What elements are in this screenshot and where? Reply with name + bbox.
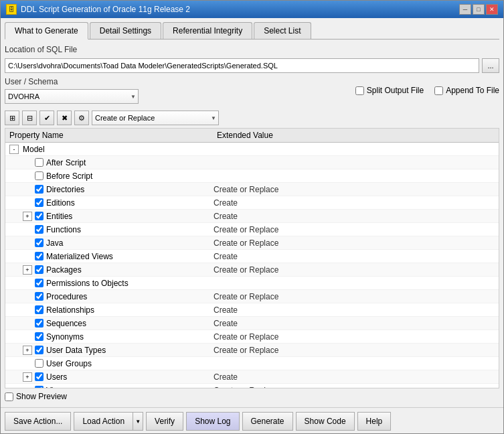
table-row: + Editions Create [5, 196, 499, 210]
user-data-types-label: User Data Types [46, 346, 214, 355]
users-label: Users [46, 372, 214, 382]
directories-label: Directories [46, 185, 214, 194]
table-row: + Sequences Create [5, 317, 499, 330]
check-all-button[interactable]: ✔ [39, 111, 54, 125]
show-preview-label: Show Preview [5, 392, 499, 401]
before-script-label: Before Script [46, 171, 214, 181]
help-button[interactable]: Help [357, 412, 392, 431]
table-row: + Procedures Create or Replace [5, 290, 499, 303]
tab-referential-integrity[interactable]: Referential Integrity [163, 22, 252, 39]
create-replace-dropdown[interactable]: Create or Replace Create Drop and Create [92, 111, 219, 125]
table-row: + Directories Create or Replace [5, 183, 499, 196]
packages-value: Create or Replace [214, 265, 278, 275]
save-action-button[interactable]: Save Action... [5, 412, 71, 431]
user-data-types-expander[interactable]: + [23, 346, 32, 355]
toolbar-row: ⊞ ⊟ ✔ ✖ ⚙ Create or Replace Create Drop … [5, 108, 499, 128]
load-action-split: Load Action ▼ [74, 412, 143, 431]
editions-value: Create [214, 198, 238, 208]
entities-expander[interactable]: + [23, 212, 32, 221]
content-area: What to Generate Detail Settings Referen… [1, 18, 503, 407]
after-script-checkbox[interactable] [35, 158, 44, 167]
schema-dropdown-wrapper: DVOHRA ▼ [5, 89, 139, 104]
settings-button[interactable]: ⚙ [74, 111, 89, 125]
synonyms-value: Create or Replace [214, 332, 278, 342]
packages-label: Packages [46, 265, 214, 275]
schema-dropdown[interactable]: DVOHRA [5, 89, 139, 104]
editions-checkbox[interactable] [35, 198, 44, 207]
entities-checkbox[interactable] [35, 212, 44, 220]
schema-row: User / Schema DVOHRA ▼ Split Output File [5, 77, 499, 104]
permissions-checkbox[interactable] [35, 279, 44, 287]
sql-file-input[interactable] [5, 58, 479, 73]
load-action-arrow[interactable]: ▼ [133, 412, 143, 431]
schema-left: User / Schema DVOHRA ▼ [5, 77, 139, 104]
table-row: + Before Script [5, 169, 499, 183]
sequences-checkbox[interactable] [35, 319, 44, 328]
model-label: Model [23, 145, 190, 154]
create-replace-wrapper: Create or Replace Create Drop and Create… [92, 111, 219, 125]
synonyms-checkbox[interactable] [35, 332, 44, 341]
relationships-label: Relationships [46, 305, 214, 315]
before-script-checkbox[interactable] [35, 171, 44, 180]
expand-all-button[interactable]: ⊞ [5, 111, 19, 125]
users-value: Create [214, 372, 238, 382]
table-header: Property Name Extended Value [5, 129, 499, 143]
table-row: + Synonyms Create or Replace [5, 330, 499, 344]
user-data-types-value: Create or Replace [214, 346, 278, 355]
form-section: Location of SQL File ... User / Schema D… [5, 45, 499, 128]
procedures-checkbox[interactable] [35, 292, 44, 301]
browse-button[interactable]: ... [482, 58, 499, 73]
directories-checkbox[interactable] [35, 185, 44, 194]
sql-file-label: Location of SQL File [5, 45, 499, 54]
generate-button[interactable]: Generate [242, 412, 293, 431]
show-log-button[interactable]: Show Log [186, 412, 239, 431]
sequences-value: Create [214, 319, 238, 328]
procedures-label: Procedures [46, 292, 214, 301]
users-checkbox[interactable] [35, 372, 44, 381]
users-expander[interactable]: + [23, 372, 32, 382]
load-action-button[interactable]: Load Action [74, 412, 133, 431]
table-row: + Permissions to Objects [5, 277, 499, 290]
functions-checkbox[interactable] [35, 225, 44, 234]
close-button[interactable]: ✕ [486, 4, 498, 15]
packages-expander[interactable]: + [23, 265, 32, 275]
relationships-checkbox[interactable] [35, 305, 44, 314]
table-row: - Model [5, 143, 499, 156]
uncheck-all-button[interactable]: ✖ [57, 111, 72, 125]
synonyms-label: Synonyms [46, 332, 214, 342]
directories-value: Create or Replace [214, 185, 278, 194]
sql-file-row: ... [5, 58, 499, 73]
split-output-label: Split Output File [355, 86, 424, 95]
relationships-value: Create [214, 305, 238, 315]
title-bar: 🗄 DDL Script Generation of Oracle 11g Re… [1, 1, 503, 18]
procedures-value: Create or Replace [214, 292, 278, 301]
table-row: + Functions Create or Replace [5, 223, 499, 236]
packages-checkbox[interactable] [35, 265, 44, 274]
property-table: Property Name Extended Value - Model + A… [5, 128, 499, 388]
mat-views-label: Materialized Views [46, 252, 214, 261]
table-row: + User Data Types Create or Replace [5, 344, 499, 357]
user-groups-checkbox[interactable] [35, 359, 44, 368]
java-checkbox[interactable] [35, 238, 44, 247]
split-output-checkbox[interactable] [355, 86, 364, 95]
tab-detail-settings[interactable]: Detail Settings [90, 22, 161, 39]
model-expander[interactable]: - [9, 145, 19, 154]
append-to-file-checkbox[interactable] [434, 86, 443, 95]
col-extended-header: Extended Value [217, 131, 495, 140]
table-row: + Relationships Create [5, 303, 499, 317]
minimize-button[interactable]: ─ [459, 4, 471, 15]
user-data-types-checkbox[interactable] [35, 346, 44, 354]
title-buttons: ─ □ ✕ [459, 4, 498, 15]
maximize-button[interactable]: □ [473, 4, 485, 15]
collapse-all-button[interactable]: ⊟ [22, 111, 37, 125]
table-row: + Materialized Views Create [5, 250, 499, 263]
show-preview-checkbox[interactable] [5, 392, 13, 401]
verify-button[interactable]: Verify [146, 412, 183, 431]
table-row: + Packages Create or Replace [5, 263, 499, 277]
table-row: + Views Create or Replace [5, 384, 499, 388]
table-row: + Users Create [5, 370, 499, 384]
show-code-button[interactable]: Show Code [296, 412, 355, 431]
tab-select-list[interactable]: Select List [254, 22, 311, 39]
mat-views-checkbox[interactable] [35, 252, 44, 261]
tab-what-to-generate[interactable]: What to Generate [5, 22, 88, 40]
